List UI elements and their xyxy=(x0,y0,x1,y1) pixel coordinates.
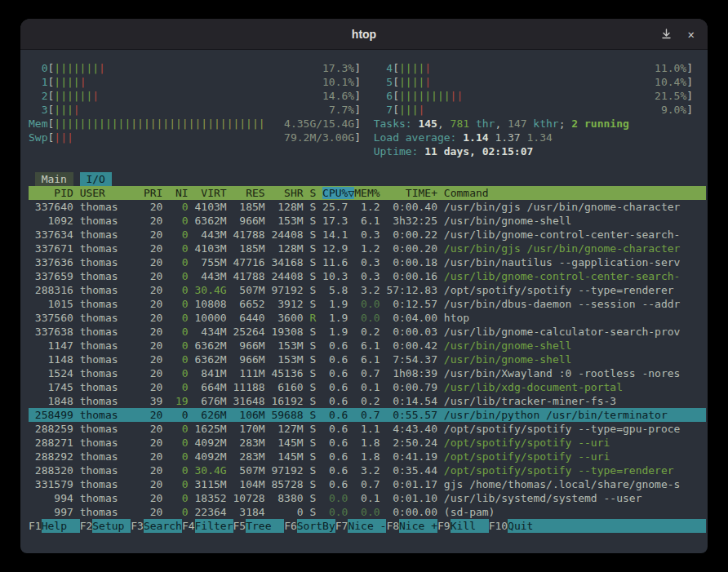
meter-value: 10.4% xyxy=(655,76,686,88)
function-label-f10[interactable]: Quit xyxy=(508,519,546,533)
cell-res: 25264 xyxy=(233,326,272,338)
process-row[interactable]: 337638 thomas 20 0 434M 25264 19308 S 1.… xyxy=(29,325,706,339)
meter-space xyxy=(265,118,284,130)
cell-cmd: gjs /home/thomas/.local/share/gnome-s xyxy=(444,478,706,490)
function-label-f8[interactable]: Nice + xyxy=(399,519,437,533)
window-title: htop xyxy=(352,28,376,41)
function-label-f2[interactable]: Setup xyxy=(92,519,131,533)
cell-virt: 755M xyxy=(195,256,233,268)
column-header-res[interactable]: RES xyxy=(233,187,272,199)
function-label-f1[interactable]: Help xyxy=(42,519,80,533)
cell-mem: 0.3 xyxy=(354,270,386,282)
cell-ni: 0 xyxy=(169,506,194,518)
process-row[interactable]: 1147 thomas 20 0 6362M 966M 153M S 0.6 6… xyxy=(29,339,706,353)
function-label-f5[interactable]: Tree xyxy=(246,519,284,533)
column-header-pid[interactable]: PID xyxy=(29,187,80,199)
process-row[interactable]: 288320 thomas 20 0 30.4G 507M 97192 S 0.… xyxy=(29,463,706,477)
meter-bracket: ] xyxy=(686,90,693,102)
process-row[interactable]: 1745 thomas 20 0 664M 11188 6160 S 0.6 0… xyxy=(29,380,706,394)
cell-ni: 19 xyxy=(169,395,194,407)
cell-pri: 20 xyxy=(144,381,169,393)
column-header-cmd[interactable]: Command xyxy=(444,187,706,199)
function-key-f2[interactable]: F2 xyxy=(80,519,93,533)
column-header-mem[interactable]: MEM% xyxy=(354,187,386,199)
cell-res: 41788 xyxy=(233,228,272,241)
function-key-f1[interactable]: F1 xyxy=(29,519,42,533)
process-row[interactable]: 288271 thomas 20 0 4092M 283M 145M S 0.6… xyxy=(29,436,706,450)
column-header-pri[interactable]: PRI xyxy=(144,187,169,199)
column-header-s[interactable]: S xyxy=(309,187,322,199)
function-key-f7[interactable]: F7 xyxy=(335,519,348,533)
function-bar-filler xyxy=(546,519,706,533)
cell-shr: 127M xyxy=(271,423,309,435)
meter-space xyxy=(99,90,322,102)
column-header-ni[interactable]: NI xyxy=(169,187,194,199)
titlebar[interactable]: htop ✕ xyxy=(20,19,708,50)
cell-ni: 0 xyxy=(169,326,194,338)
process-row[interactable]: 337671 thomas 20 0 4103M 185M 128M S 12.… xyxy=(29,242,706,255)
cell-shr: 24408 xyxy=(271,228,309,241)
process-row[interactable]: 1092 thomas 20 0 6362M 966M 153M S 17.3 … xyxy=(29,214,706,228)
cell-s: S xyxy=(309,215,322,227)
cell-pri: 20 xyxy=(144,353,169,366)
process-row[interactable]: 288316 thomas 20 0 30.4G 507M 97192 S 5.… xyxy=(29,283,706,297)
cell-ni: 0 xyxy=(169,423,194,435)
process-row[interactable]: 337659 thomas 20 0 443M 41788 24408 S 10… xyxy=(29,269,706,283)
column-header-user[interactable]: USER xyxy=(80,187,144,199)
function-label-f4[interactable]: Filter xyxy=(195,519,233,533)
cell-shr: 128M xyxy=(271,242,309,255)
download-icon[interactable] xyxy=(661,29,672,39)
process-row[interactable]: 994 thomas 20 0 18352 10728 8380 S 0.0 0… xyxy=(29,491,706,505)
function-key-f8[interactable]: F8 xyxy=(386,519,399,533)
process-row[interactable]: 288259 thomas 20 0 1625M 170M 127M S 0.6… xyxy=(29,422,706,436)
cell-user: thomas xyxy=(80,478,144,490)
cell-cpu: 0.6 xyxy=(322,353,354,366)
close-button[interactable]: ✕ xyxy=(688,29,695,40)
process-row[interactable]: 1524 thomas 20 0 841M 111M 45136 S 0.6 0… xyxy=(29,366,706,380)
process-row[interactable]: 337640 thomas 20 0 4103M 185M 128M S 25.… xyxy=(29,200,706,214)
process-row-selected[interactable]: 258499 thomas 20 0 626M 106M 59688 S 0.6… xyxy=(29,408,706,422)
cell-shr: 128M xyxy=(271,201,309,213)
function-key-f9[interactable]: F9 xyxy=(437,519,451,533)
function-label-f9[interactable]: Kill xyxy=(451,519,489,533)
cell-pri: 20 xyxy=(144,450,169,463)
cell-user: thomas xyxy=(80,395,144,407)
function-key-f5[interactable]: F5 xyxy=(233,519,246,533)
cell-pid: 288259 xyxy=(29,423,80,435)
column-header-virt[interactable]: VIRT xyxy=(195,187,233,199)
process-row[interactable]: 1848 thomas 39 19 676M 31648 16192 S 0.6… xyxy=(29,394,706,408)
column-header-time[interactable]: TIME+ xyxy=(386,187,443,199)
function-label-f3[interactable]: Search xyxy=(144,519,182,533)
cell-time: 0:14.54 xyxy=(386,395,443,407)
meter-space xyxy=(105,62,322,74)
cell-res: 10728 xyxy=(233,492,272,504)
process-row[interactable]: 331579 thomas 20 0 3115M 104M 85728 S 0.… xyxy=(29,477,706,491)
function-key-f4[interactable]: F4 xyxy=(182,519,195,533)
process-row[interactable]: 1148 thomas 20 0 6362M 966M 153M S 0.6 6… xyxy=(29,353,706,366)
column-header-shr[interactable]: SHR xyxy=(271,187,309,199)
function-key-f3[interactable]: F3 xyxy=(131,519,144,533)
meter-line: 2[||||||| 14.6%] 6[|||||||||| 21.5%] xyxy=(29,89,699,103)
cell-ni: 0 xyxy=(169,215,194,227)
tab-io[interactable]: I/O xyxy=(80,172,112,186)
process-row[interactable]: 337636 thomas 20 0 755M 47716 34168 S 11… xyxy=(29,255,706,269)
cell-mem: 0.3 xyxy=(354,256,386,268)
process-row[interactable]: 288292 thomas 20 0 4092M 283M 145M S 0.6… xyxy=(29,450,706,463)
function-label-f7[interactable]: Nice - xyxy=(348,519,386,533)
cell-time: 4:43.40 xyxy=(386,423,443,435)
process-row[interactable]: 1015 thomas 20 0 10808 6652 3912 S 1.9 0… xyxy=(29,297,706,311)
cell-user: thomas xyxy=(80,284,144,296)
process-row[interactable]: 337560 thomas 20 0 10000 6440 3600 R 1.9… xyxy=(29,311,706,325)
function-key-f10[interactable]: F10 xyxy=(489,519,508,533)
column-header-cpu[interactable]: CPU%▽ xyxy=(322,187,354,199)
cell-user: thomas xyxy=(80,409,144,421)
process-row[interactable]: 997 thomas 20 0 22364 3184 0 S 0.0 0.0 0… xyxy=(29,505,706,519)
function-key-f6[interactable]: F6 xyxy=(284,519,297,533)
process-row[interactable]: 337634 thomas 20 0 443M 41788 24408 S 14… xyxy=(29,228,706,242)
cell-shr: 3912 xyxy=(271,298,309,310)
function-label-f6[interactable]: SortBy xyxy=(297,519,335,533)
meter-bar-segment: | xyxy=(424,76,431,88)
tab-main[interactable]: Main xyxy=(35,172,73,186)
cell-s: S xyxy=(309,228,322,241)
status-text-part: 781 xyxy=(451,118,469,130)
